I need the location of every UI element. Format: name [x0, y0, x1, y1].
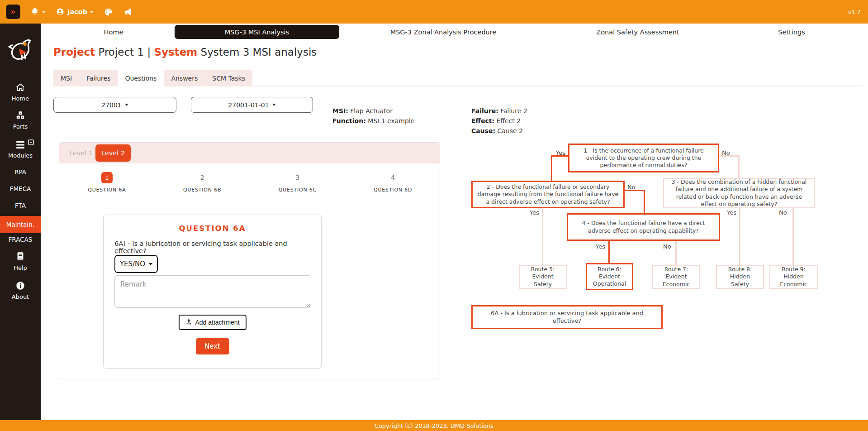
add-attachment-button[interactable]: Add attachment: [178, 315, 246, 330]
tab-level-2[interactable]: Level 2: [95, 144, 131, 162]
msi-label: MSI:: [332, 107, 348, 115]
project-value: Project 1 |: [95, 46, 154, 58]
help-icon: [15, 256, 25, 263]
msi-line: MSI: Flap Actuator: [332, 106, 414, 116]
sidebar-item-rpa[interactable]: RPA: [0, 168, 41, 176]
msi-select-value: 27001: [101, 101, 122, 109]
flow-node-route-7: Route 7: Evident Economic: [652, 265, 700, 289]
step-label: QUESTION 6B: [155, 187, 250, 193]
task-select-value: 27001-01-01: [228, 101, 269, 109]
sidebar-item-label: About: [0, 293, 41, 300]
effect-label: Effect:: [471, 117, 494, 125]
sidebar-item-label: Home: [0, 95, 41, 102]
step-question-6c[interactable]: 3 QUESTION 6C: [250, 172, 346, 193]
msi-info: MSI: Flap Actuator Function: MSI 1 examp…: [332, 106, 414, 126]
nav-msg3-zonal-analysis[interactable]: MSG-3 Zonal Analysis Procedure: [390, 25, 497, 39]
sidebar-item-modules[interactable]: Modules: [0, 140, 41, 159]
parts-icon: [15, 115, 26, 122]
remark-input[interactable]: [114, 275, 311, 308]
step-label: QUESTION 6A: [59, 187, 155, 193]
flow-connector: [675, 241, 677, 265]
sidebar-item-maintain[interactable]: Maintain.: [0, 216, 41, 233]
sidebar-item-label: Parts: [0, 123, 41, 130]
sidebar-item-label: Maintain.: [6, 221, 34, 228]
next-button[interactable]: Next: [196, 338, 229, 354]
theme-button[interactable]: [104, 7, 113, 17]
announcements-button[interactable]: [123, 7, 133, 17]
chevron-down-icon: [90, 11, 94, 13]
page-title: Project Project 1 | System System 3 MSI …: [53, 46, 317, 58]
tab-msi[interactable]: MSI: [53, 70, 79, 86]
sidebar-item-fta[interactable]: FTA: [0, 202, 41, 209]
copyright-text: Copyright (c) 2018-2023, DMD Solutions: [375, 422, 493, 429]
add-attachment-label: Add attachment: [195, 319, 239, 326]
nav-zonal-safety-assessment[interactable]: Zonal Safety Assessment: [596, 25, 679, 39]
sidebar-item-label: FTA: [15, 202, 26, 209]
flow-node-q1: 1 - Is the occurrence of a functional fa…: [568, 144, 719, 172]
flow-node-route-5: Route 5: Evident Safety: [519, 265, 567, 289]
effect-value: Effect 2: [496, 117, 521, 125]
app-logo: [0, 35, 41, 63]
app-version: v1.7: [848, 9, 861, 15]
sidebar-collapse-button[interactable]: »: [6, 5, 20, 19]
step-question-6b[interactable]: 2 QUESTION 6B: [155, 172, 250, 193]
msi-select[interactable]: 27001: [53, 97, 176, 113]
flow-label-q1-yes: Yes: [543, 149, 565, 156]
answer-select-value: YES/NO: [120, 260, 145, 268]
sidebar-item-about[interactable]: About: [0, 281, 41, 300]
user-menu[interactable]: Jacob: [56, 7, 94, 16]
flow-connector: [739, 208, 740, 265]
failure-info: Failure: Failure 2 Effect: Effect 2 Caus…: [471, 106, 527, 136]
top-bar: » Jacob v1.7: [0, 0, 868, 24]
step-label: QUESTION 6D: [345, 187, 441, 193]
step-number: 2: [200, 174, 204, 181]
megaphone-icon: [123, 7, 133, 17]
flow-label-q2-yes: Yes: [518, 209, 539, 216]
sidebar-item-fracas[interactable]: FRACAS: [0, 236, 41, 243]
task-select[interactable]: 27001-01-01: [191, 97, 313, 113]
tab-questions[interactable]: Questions: [118, 70, 164, 86]
sidebar-item-home[interactable]: Home: [0, 82, 41, 102]
step-number: 3: [295, 174, 299, 181]
app-window: » Jacob v1.7: [0, 0, 868, 431]
step-number: 1: [101, 172, 113, 183]
tab-failures[interactable]: Failures: [79, 70, 118, 86]
sidebar-item-fmeca[interactable]: FMECA: [0, 185, 41, 192]
tab-answers[interactable]: Answers: [164, 70, 205, 86]
questions-panel: Level 1 Level 2 1 QUESTION 6A 2 QUESTION…: [59, 142, 440, 379]
notifications-menu[interactable]: [30, 7, 46, 16]
question-stepper: 1 QUESTION 6A 2 QUESTION 6B 3 QUESTION 6…: [59, 172, 441, 193]
step-question-6a[interactable]: 1 QUESTION 6A: [59, 172, 155, 193]
modules-dropdown-icon[interactable]: [28, 139, 34, 147]
nav-home[interactable]: Home: [104, 25, 123, 39]
flow-connector: [738, 155, 740, 178]
answer-select[interactable]: YES/NO: [114, 255, 158, 273]
flow-label-q1-no: No: [722, 149, 730, 156]
cause-value: Cause 2: [498, 127, 523, 134]
tab-scm-tasks[interactable]: SCM Tasks: [205, 70, 252, 86]
step-label: QUESTION 6C: [250, 187, 346, 193]
sidebar-item-parts[interactable]: Parts: [0, 110, 41, 130]
nav-msg3-msi-analysis[interactable]: MSG-3 MSI Analysis: [175, 25, 339, 39]
sidebar-item-label: Help: [0, 264, 41, 271]
failure-line: Failure: Failure 2: [471, 106, 527, 116]
flow-label-q2-no: No: [627, 184, 636, 191]
flow-connector: [542, 208, 543, 265]
step-question-6d[interactable]: 4 QUESTION 6D: [345, 172, 441, 193]
tab-level-1[interactable]: Level 1: [69, 143, 93, 163]
flow-node-q4: 4 - Does the functional failure have a d…: [567, 213, 720, 241]
sidebar-item-help[interactable]: Help: [0, 251, 41, 271]
sidebar-item-label: FMECA: [10, 185, 31, 192]
flow-connector: [644, 190, 645, 213]
step-number: 4: [391, 174, 395, 181]
caret-down-icon: [272, 104, 276, 106]
flow-connector: [792, 208, 794, 265]
nav-settings[interactable]: Settings: [778, 25, 805, 39]
flow-node-route-9: Route 9: Hidden Economic: [769, 265, 818, 289]
palette-icon: [104, 7, 113, 17]
home-icon: [15, 87, 26, 94]
footer: Copyright (c) 2018-2023, DMD Solutions: [0, 420, 868, 431]
tab-strip: MSI Failures Questions Answers SCM Tasks: [53, 70, 252, 86]
flow-connector: [551, 155, 552, 181]
sidebar: Home Parts Modules RPA FMECA: [0, 24, 41, 420]
